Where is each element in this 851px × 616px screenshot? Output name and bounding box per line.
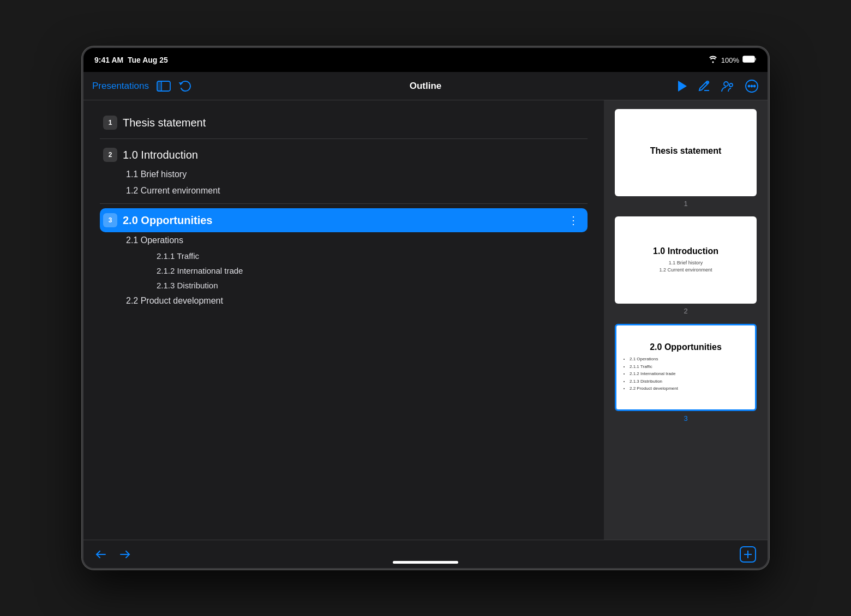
svg-rect-0: [743, 56, 754, 62]
slide-header-1[interactable]: 1 Thesis statement: [100, 111, 588, 134]
thumb-1-title: Thesis statement: [650, 146, 722, 156]
slide-item-2: 2 1.0 Introduction 1.1 Brief history 1.2…: [100, 143, 588, 204]
slide-3-more-button[interactable]: ⋮: [565, 213, 582, 228]
status-bar: 9:41 AM Tue Aug 25 100%: [83, 48, 768, 72]
svg-point-11: [751, 85, 752, 87]
svg-point-10: [748, 85, 750, 87]
main-content: 1 Thesis statement 2 1.0 Introduction 1.…: [83, 100, 768, 540]
outline-item-2-1-2[interactable]: 2.1.2 International trade: [152, 263, 588, 278]
slide-item-3: 3 2.0 Opportunities ⋮ 2.1 Operations 2.1…: [100, 208, 588, 309]
thumbnail-wrap-1: Thesis statement 1: [610, 109, 761, 208]
status-indicators: 100%: [708, 56, 757, 65]
svg-rect-1: [755, 58, 756, 61]
outline-item-2-1-1[interactable]: 2.1.1 Traffic: [152, 249, 588, 263]
outline-item-2-1-3[interactable]: 2.1.3 Distribution: [152, 278, 588, 293]
slide-header-2[interactable]: 2 1.0 Introduction: [100, 143, 588, 166]
slide-2-children: 1.1 Brief history 1.2 Current environmen…: [100, 166, 588, 199]
nav-bar: Presentations Outline: [83, 72, 768, 100]
ipad-frame: 9:41 AM Tue Aug 25 100% Presentations: [82, 46, 769, 570]
outline-item-2-2[interactable]: 2.2 Product development: [122, 293, 588, 309]
divider-2: [100, 203, 588, 204]
thumb-1-num: 1: [684, 200, 687, 208]
sidebar-toggle-button[interactable]: [157, 81, 171, 92]
battery-percentage: 100%: [721, 56, 739, 64]
add-slide-button[interactable]: [739, 546, 757, 563]
nav-right: [537, 79, 759, 93]
thumb-3-title: 2.0 Opportunities: [650, 342, 722, 352]
play-button[interactable]: [677, 80, 688, 92]
divider-1: [100, 138, 588, 139]
slide-3-sub-children: 2.1.1 Traffic 2.1.2 International trade …: [122, 249, 588, 293]
slide-thumbnail-2[interactable]: 1.0 Introduction 1.1 Brief history1.2 Cu…: [615, 216, 757, 304]
next-slide-button[interactable]: [118, 549, 131, 559]
outline-item-2-1[interactable]: 2.1 Operations: [122, 232, 588, 249]
slide-thumbnail-1[interactable]: Thesis statement: [615, 109, 757, 196]
thumb-3-list: 2.1 Operations 2.1.1 Traffic 2.1.2 Inter…: [623, 355, 748, 392]
svg-point-7: [724, 82, 728, 86]
slide-thumbnail-3[interactable]: 2.0 Opportunities 2.1 Operations 2.1.1 T…: [615, 324, 757, 411]
slide-badge-3: 3: [103, 213, 117, 227]
presentations-link[interactable]: Presentations: [92, 81, 149, 92]
prev-slide-button[interactable]: [94, 549, 107, 559]
bottom-bar: [83, 540, 768, 568]
nav-center: Outline: [314, 81, 536, 92]
slides-panel: Thesis statement 1 1.0 Introduction 1.1 …: [604, 100, 768, 540]
undo-button[interactable]: [178, 80, 191, 92]
slide-title-3: 2.0 Opportunities: [123, 214, 559, 227]
svg-point-12: [753, 85, 755, 87]
status-time: 9:41 AM Tue Aug 25: [94, 56, 168, 64]
svg-point-8: [729, 83, 733, 87]
more-options-button[interactable]: [745, 79, 759, 93]
slide-item-1: 1 Thesis statement: [100, 111, 588, 139]
thumbnail-wrap-3: 2.0 Opportunities 2.1 Operations 2.1.1 T…: [610, 324, 761, 422]
thumb-2-num: 2: [684, 307, 687, 315]
thumb-2-title: 1.0 Introduction: [653, 246, 718, 256]
slide-badge-1: 1: [103, 116, 117, 130]
outline-item-1-1[interactable]: 1.1 Brief history: [122, 166, 588, 183]
thumb-2-subtitle: 1.1 Brief history1.2 Current environment: [659, 259, 712, 273]
svg-rect-3: [157, 81, 161, 91]
collaborate-button[interactable]: [721, 80, 735, 93]
thumb-3-num: 3: [684, 414, 687, 422]
annotate-button[interactable]: [698, 80, 711, 93]
slide-header-3[interactable]: 3 2.0 Opportunities ⋮: [100, 208, 588, 232]
slide-title-1: Thesis statement: [123, 117, 206, 129]
slide-badge-2: 2: [103, 148, 117, 162]
outline-item-1-2[interactable]: 1.2 Current environment: [122, 183, 588, 199]
slide-3-children: 2.1 Operations 2.1.1 Traffic 2.1.2 Inter…: [100, 232, 588, 309]
nav-title: Outline: [410, 81, 442, 92]
bottom-nav-buttons: [94, 549, 131, 559]
thumbnail-wrap-2: 1.0 Introduction 1.1 Brief history1.2 Cu…: [610, 216, 761, 315]
home-indicator: [393, 561, 458, 564]
wifi-icon: [708, 56, 718, 65]
nav-left: Presentations: [92, 80, 314, 92]
battery-icon: [742, 56, 757, 64]
slide-title-2: 1.0 Introduction: [123, 149, 198, 161]
outline-panel: 1 Thesis statement 2 1.0 Introduction 1.…: [83, 100, 604, 540]
svg-marker-5: [678, 81, 687, 92]
svg-point-6: [706, 82, 708, 84]
